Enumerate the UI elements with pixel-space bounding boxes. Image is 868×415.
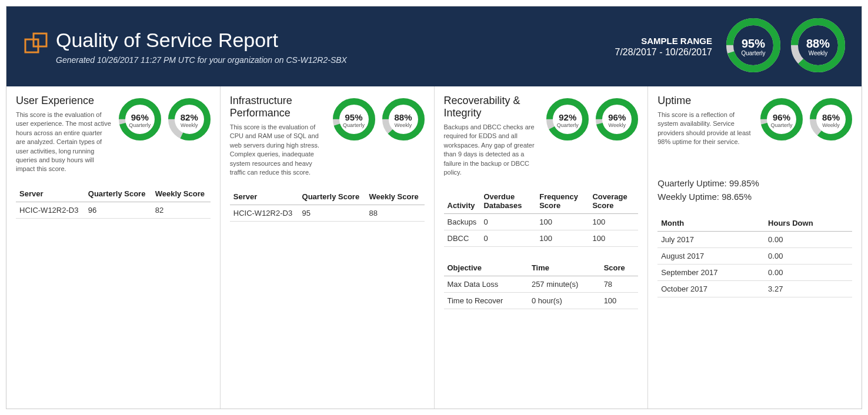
th-frequency: Frequency Score [536, 189, 589, 214]
header-titles: Quality of Service Report Generated 10/2… [56, 29, 347, 65]
cell-server: HCIC-W12R2-D3 [16, 202, 85, 218]
th-activity: Activity [444, 189, 480, 214]
uptime-quarterly-donut: 96%Quarterly [760, 98, 803, 143]
section-title: Uptime [657, 95, 755, 107]
table-row: July 20170.00 [657, 232, 852, 248]
donut-period: Quarterly [760, 122, 803, 128]
cell-quarterly: 96 [85, 202, 152, 218]
th-score: Score [600, 260, 639, 276]
cell: 100 [589, 214, 638, 230]
header-weekly-donut: 88% Weekly [791, 18, 845, 75]
header-quarterly-donut: 95% Quarterly [726, 18, 780, 75]
th-coverage: Coverage Score [589, 189, 638, 214]
cell: DBCC [444, 230, 480, 247]
report-container: Quality of Service Report Generated 10/2… [6, 6, 862, 409]
section-infrastructure: Infrastructure Performance This score is… [221, 86, 435, 409]
th-quarterly: Quarterly Score [299, 189, 366, 205]
ux-weekly-donut: 82%Weekly [168, 98, 211, 143]
th-weekly: Weekly Score [365, 189, 424, 205]
cell: 0.00 [764, 232, 852, 248]
cell-weekly: 82 [152, 202, 211, 218]
table-row: September 20170.00 [657, 265, 852, 281]
donut-period: Quarterly [119, 122, 161, 128]
cell: 0.00 [764, 265, 852, 281]
donut-pct: 86% [810, 113, 852, 123]
cell: August 2017 [657, 248, 764, 265]
cell: October 2017 [657, 281, 764, 297]
section-desc: This score is the evaluation of user exp… [16, 111, 113, 174]
cell-weekly: 88 [365, 205, 424, 222]
sample-range: SAMPLE RANGE 7/28/2017 - 10/26/2017 [615, 36, 712, 58]
th-weekly: Weekly Score [152, 186, 211, 202]
donut-pct: 95% [333, 113, 375, 123]
cell: Time to Recover [444, 293, 528, 309]
sample-range-dates: 7/28/2017 - 10/26/2017 [615, 47, 712, 58]
section-user-experience: User Experience This score is the evalua… [6, 86, 221, 409]
cell: September 2017 [657, 265, 764, 281]
th-server: Server [16, 186, 85, 202]
infra-quarterly-donut: 95%Quarterly [333, 98, 375, 143]
cell: 0 [480, 230, 536, 247]
th-objective: Objective [444, 260, 528, 276]
th-quarterly: Quarterly Score [85, 186, 152, 202]
infra-weekly-donut: 88%Weekly [382, 98, 425, 143]
donut-period: Quarterly [333, 122, 375, 128]
section-title: User Experience [16, 95, 113, 107]
table-row: August 20170.00 [657, 248, 852, 265]
donut-label: 88% Weekly [791, 37, 845, 56]
uptime-weekly-donut: 86%Weekly [810, 98, 852, 143]
section-title: Infrastructure Performance [230, 95, 327, 119]
uptime-table: Month Hours Down July 20170.00 August 20… [657, 215, 852, 297]
cell: 0.00 [764, 248, 852, 265]
cell-quarterly: 95 [299, 205, 366, 222]
donut-period: Weekly [810, 122, 852, 128]
cell: 100 [536, 230, 589, 247]
section-desc: This score is the evaluation of CPU and … [230, 123, 327, 177]
donut-pct: 96% [596, 113, 638, 123]
donut-pct: 95% [726, 37, 780, 50]
ux-score-table: Server Quarterly Score Weekly Score HCIC… [16, 186, 211, 219]
cell: Backups [444, 214, 480, 230]
donut-label: 95% Quarterly [726, 37, 780, 56]
ux-quarterly-donut: 96%Quarterly [119, 98, 161, 143]
th-hours-down: Hours Down [764, 215, 852, 232]
report-body: User Experience This score is the evalua… [6, 86, 862, 409]
cell: July 2017 [657, 232, 764, 248]
quarterly-uptime-text: Quarterly Uptime: 99.85% [657, 177, 852, 190]
report-title: Quality of Service Report [56, 29, 347, 52]
uptime-summary: Quarterly Uptime: 99.85% Weekly Uptime: … [657, 177, 852, 203]
cell: 0 [480, 214, 536, 230]
header-right: SAMPLE RANGE 7/28/2017 - 10/26/2017 95% … [615, 18, 845, 75]
section-title: Recoverability & Integrity [444, 95, 541, 119]
cell-server: HCIC-W12R2-D3 [230, 205, 299, 222]
donut-pct: 88% [791, 37, 845, 50]
donut-pct: 88% [382, 113, 425, 123]
cell: 257 minute(s) [528, 276, 600, 293]
table-row: HCIC-W12R2-D3 95 88 [230, 205, 425, 222]
cell: Max Data Loss [444, 276, 528, 293]
report-header: Quality of Service Report Generated 10/2… [6, 6, 862, 86]
donut-pct: 82% [168, 113, 211, 123]
section-uptime: Uptime This score is a reflection of sys… [648, 86, 862, 409]
table-row: October 20173.27 [657, 281, 852, 297]
table-row: Backups 0 100 100 [444, 214, 639, 230]
donut-period: Weekly [596, 122, 638, 128]
donut-period: Weekly [382, 122, 425, 128]
logo-icon [23, 31, 49, 57]
cell: 3.27 [764, 281, 852, 297]
section-desc: This score is a reflection of system ava… [657, 111, 755, 147]
th-time: Time [528, 260, 600, 276]
header-left: Quality of Service Report Generated 10/2… [23, 29, 347, 65]
recov-weekly-donut: 96%Weekly [596, 98, 638, 143]
table-row: Time to Recover 0 hour(s) 100 [444, 293, 639, 309]
infra-score-table: Server Quarterly Score Weekly Score HCIC… [230, 189, 425, 222]
weekly-uptime-text: Weekly Uptime: 98.65% [657, 190, 852, 204]
donut-pct: 96% [119, 113, 161, 123]
table-row: DBCC 0 100 100 [444, 230, 639, 247]
cell: 100 [589, 230, 638, 247]
report-subtitle: Generated 10/26/2017 11:27 PM UTC for yo… [56, 55, 347, 65]
table-row: HCIC-W12R2-D3 96 82 [16, 202, 211, 218]
donut-pct: 96% [760, 113, 803, 123]
donut-period: Quarterly [726, 50, 780, 56]
donut-period: Quarterly [546, 122, 589, 128]
